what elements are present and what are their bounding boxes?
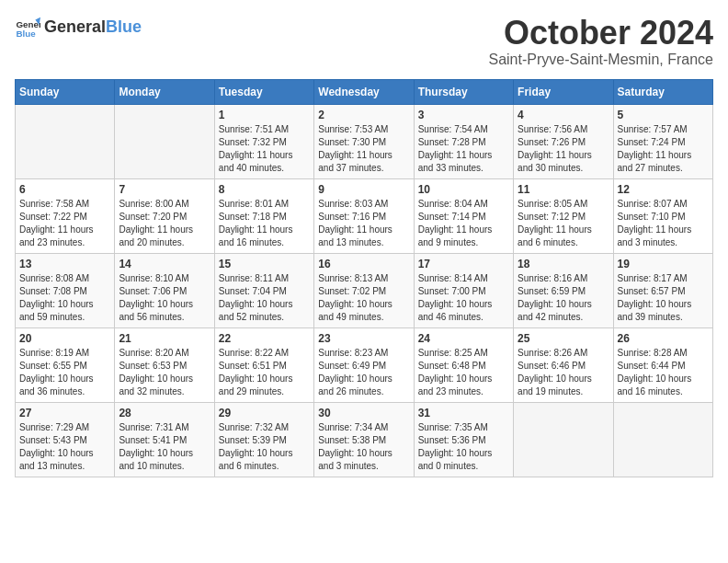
calendar-table: SundayMondayTuesdayWednesdayThursdayFrid… xyxy=(15,79,713,477)
day-info: Sunrise: 7:57 AM Sunset: 7:24 PM Dayligh… xyxy=(618,123,709,175)
day-info: Sunrise: 8:16 AM Sunset: 6:59 PM Dayligh… xyxy=(518,272,609,324)
calendar-cell: 9Sunrise: 8:03 AM Sunset: 7:16 PM Daylig… xyxy=(314,178,414,253)
day-number: 17 xyxy=(418,258,509,270)
calendar-header: SundayMondayTuesdayWednesdayThursdayFrid… xyxy=(16,79,713,104)
day-info: Sunrise: 8:28 AM Sunset: 6:44 PM Dayligh… xyxy=(618,347,709,398)
calendar-cell: 16Sunrise: 8:13 AM Sunset: 7:02 PM Dayli… xyxy=(314,253,414,327)
calendar-cell: 12Sunrise: 8:07 AM Sunset: 7:10 PM Dayli… xyxy=(613,178,712,253)
day-info: Sunrise: 8:17 AM Sunset: 6:57 PM Dayligh… xyxy=(618,272,709,324)
location-title: Saint-Pryve-Saint-Mesmin, France xyxy=(488,52,713,68)
day-header-saturday: Saturday xyxy=(613,79,712,104)
calendar-cell: 29Sunrise: 7:32 AM Sunset: 5:39 PM Dayli… xyxy=(214,402,313,477)
day-number: 8 xyxy=(219,183,310,196)
week-row-3: 13Sunrise: 8:08 AM Sunset: 7:08 PM Dayli… xyxy=(16,253,713,327)
day-info: Sunrise: 7:35 AM Sunset: 5:36 PM Dayligh… xyxy=(418,421,509,473)
calendar-cell: 24Sunrise: 8:25 AM Sunset: 6:48 PM Dayli… xyxy=(414,327,513,402)
day-number: 20 xyxy=(19,332,110,345)
day-number: 19 xyxy=(618,258,709,270)
day-info: Sunrise: 8:04 AM Sunset: 7:14 PM Dayligh… xyxy=(418,198,509,249)
day-info: Sunrise: 8:13 AM Sunset: 7:02 PM Dayligh… xyxy=(318,272,409,324)
day-number: 14 xyxy=(119,258,210,270)
calendar-cell xyxy=(613,402,712,477)
week-row-2: 6Sunrise: 7:58 AM Sunset: 7:22 PM Daylig… xyxy=(16,178,713,253)
week-row-1: 1Sunrise: 7:51 AM Sunset: 7:32 PM Daylig… xyxy=(16,104,713,178)
calendar-cell: 27Sunrise: 7:29 AM Sunset: 5:43 PM Dayli… xyxy=(16,402,115,477)
calendar-cell: 17Sunrise: 8:14 AM Sunset: 7:00 PM Dayli… xyxy=(414,253,513,327)
day-number: 1 xyxy=(219,109,310,121)
day-number: 9 xyxy=(318,183,409,196)
day-number: 4 xyxy=(518,109,609,121)
day-info: Sunrise: 8:23 AM Sunset: 6:49 PM Dayligh… xyxy=(318,347,409,398)
day-number: 24 xyxy=(418,332,509,345)
calendar-cell: 28Sunrise: 7:31 AM Sunset: 5:41 PM Dayli… xyxy=(115,402,214,477)
day-number: 31 xyxy=(418,407,509,419)
day-number: 3 xyxy=(418,109,509,121)
day-header-tuesday: Tuesday xyxy=(214,79,313,104)
day-header-thursday: Thursday xyxy=(414,79,513,104)
day-info: Sunrise: 8:14 AM Sunset: 7:00 PM Dayligh… xyxy=(418,272,509,324)
logo: General Blue General Blue xyxy=(15,15,142,40)
day-info: Sunrise: 8:08 AM Sunset: 7:08 PM Dayligh… xyxy=(19,272,110,324)
day-info: Sunrise: 7:56 AM Sunset: 7:26 PM Dayligh… xyxy=(518,123,609,175)
day-number: 12 xyxy=(618,183,709,196)
calendar-cell: 7Sunrise: 8:00 AM Sunset: 7:20 PM Daylig… xyxy=(115,178,214,253)
calendar-cell: 21Sunrise: 8:20 AM Sunset: 6:53 PM Dayli… xyxy=(115,327,214,402)
day-header-monday: Monday xyxy=(115,79,214,104)
day-info: Sunrise: 7:29 AM Sunset: 5:43 PM Dayligh… xyxy=(19,421,110,473)
day-info: Sunrise: 7:53 AM Sunset: 7:30 PM Dayligh… xyxy=(318,123,409,175)
month-title: October 2024 xyxy=(488,15,713,52)
day-number: 11 xyxy=(518,183,609,196)
week-row-4: 20Sunrise: 8:19 AM Sunset: 6:55 PM Dayli… xyxy=(16,327,713,402)
calendar-cell: 6Sunrise: 7:58 AM Sunset: 7:22 PM Daylig… xyxy=(16,178,115,253)
calendar-cell: 26Sunrise: 8:28 AM Sunset: 6:44 PM Dayli… xyxy=(613,327,712,402)
day-number: 21 xyxy=(119,332,210,345)
day-number: 15 xyxy=(219,258,310,270)
day-info: Sunrise: 7:31 AM Sunset: 5:41 PM Dayligh… xyxy=(119,421,210,473)
calendar-cell: 1Sunrise: 7:51 AM Sunset: 7:32 PM Daylig… xyxy=(214,104,313,178)
day-info: Sunrise: 8:26 AM Sunset: 6:46 PM Dayligh… xyxy=(518,347,609,398)
day-info: Sunrise: 7:51 AM Sunset: 7:32 PM Dayligh… xyxy=(219,123,310,175)
day-info: Sunrise: 8:07 AM Sunset: 7:10 PM Dayligh… xyxy=(618,198,709,249)
day-number: 5 xyxy=(618,109,709,121)
day-info: Sunrise: 8:22 AM Sunset: 6:51 PM Dayligh… xyxy=(219,347,310,398)
day-header-friday: Friday xyxy=(514,79,613,104)
calendar-cell: 30Sunrise: 7:34 AM Sunset: 5:38 PM Dayli… xyxy=(314,402,414,477)
calendar-cell: 13Sunrise: 8:08 AM Sunset: 7:08 PM Dayli… xyxy=(16,253,115,327)
day-number: 28 xyxy=(119,407,210,419)
page-header: General Blue General Blue October 2024 S… xyxy=(15,15,713,68)
day-number: 23 xyxy=(318,332,409,345)
calendar-cell: 23Sunrise: 8:23 AM Sunset: 6:49 PM Dayli… xyxy=(314,327,414,402)
calendar-cell: 22Sunrise: 8:22 AM Sunset: 6:51 PM Dayli… xyxy=(214,327,313,402)
day-info: Sunrise: 7:54 AM Sunset: 7:28 PM Dayligh… xyxy=(418,123,509,175)
calendar-cell: 14Sunrise: 8:10 AM Sunset: 7:06 PM Dayli… xyxy=(115,253,214,327)
day-number: 6 xyxy=(19,183,110,196)
calendar-cell: 11Sunrise: 8:05 AM Sunset: 7:12 PM Dayli… xyxy=(514,178,613,253)
week-row-5: 27Sunrise: 7:29 AM Sunset: 5:43 PM Dayli… xyxy=(16,402,713,477)
calendar-cell: 19Sunrise: 8:17 AM Sunset: 6:57 PM Dayli… xyxy=(613,253,712,327)
day-number: 25 xyxy=(518,332,609,345)
calendar-cell: 15Sunrise: 8:11 AM Sunset: 7:04 PM Dayli… xyxy=(214,253,313,327)
day-number: 13 xyxy=(19,258,110,270)
calendar-cell xyxy=(115,104,214,178)
logo-blue-text: Blue xyxy=(106,18,142,37)
day-number: 26 xyxy=(618,332,709,345)
day-number: 16 xyxy=(318,258,409,270)
calendar-cell: 10Sunrise: 8:04 AM Sunset: 7:14 PM Dayli… xyxy=(414,178,513,253)
day-number: 27 xyxy=(19,407,110,419)
calendar-cell: 20Sunrise: 8:19 AM Sunset: 6:55 PM Dayli… xyxy=(16,327,115,402)
calendar-cell xyxy=(16,104,115,178)
header-row: SundayMondayTuesdayWednesdayThursdayFrid… xyxy=(16,79,713,104)
day-info: Sunrise: 8:25 AM Sunset: 6:48 PM Dayligh… xyxy=(418,347,509,398)
calendar-cell: 31Sunrise: 7:35 AM Sunset: 5:36 PM Dayli… xyxy=(414,402,513,477)
calendar-title-area: October 2024 Saint-Pryve-Saint-Mesmin, F… xyxy=(488,15,713,68)
day-info: Sunrise: 8:01 AM Sunset: 7:18 PM Dayligh… xyxy=(219,198,310,249)
day-number: 7 xyxy=(119,183,210,196)
day-header-sunday: Sunday xyxy=(16,79,115,104)
svg-text:Blue: Blue xyxy=(16,29,36,39)
day-info: Sunrise: 8:10 AM Sunset: 7:06 PM Dayligh… xyxy=(119,272,210,324)
calendar-cell: 8Sunrise: 8:01 AM Sunset: 7:18 PM Daylig… xyxy=(214,178,313,253)
day-info: Sunrise: 8:11 AM Sunset: 7:04 PM Dayligh… xyxy=(219,272,310,324)
day-number: 29 xyxy=(219,407,310,419)
calendar-cell: 5Sunrise: 7:57 AM Sunset: 7:24 PM Daylig… xyxy=(613,104,712,178)
day-number: 18 xyxy=(518,258,609,270)
